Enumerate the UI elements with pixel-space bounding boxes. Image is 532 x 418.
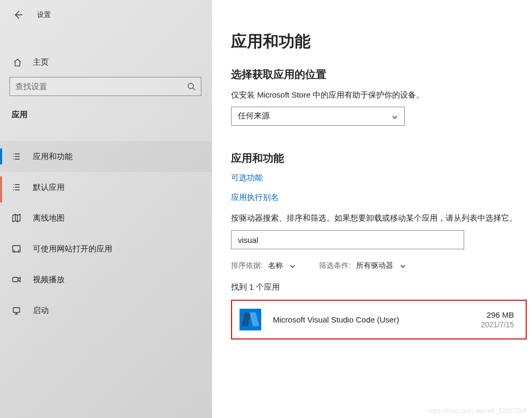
app-list-item[interactable]: Microsoft Visual Studio Code (User) 296 … [231,300,527,339]
section-label: 应用 [0,96,212,125]
nav-apps-for-websites[interactable]: 可使用网站打开的应用 [0,233,212,264]
sort-dropdown[interactable]: 名称 [268,261,296,271]
app-search-input[interactable]: visual [231,230,464,249]
nav-offline-maps[interactable]: 离线地图 [0,203,212,233]
back-button[interactable] [13,10,23,20]
startup-icon [12,306,21,315]
nav-label: 默认应用 [33,182,65,193]
chevron-down-icon [392,113,398,119]
nav-default-apps[interactable]: 默认应用 [0,172,212,203]
app-date: 2021/7/15 [481,320,514,329]
app-size: 296 MB [481,310,514,319]
svg-rect-3 [13,308,20,312]
search-placeholder: 查找设置 [15,82,187,92]
svg-point-0 [188,83,193,89]
nav-apps-features[interactable]: 应用和功能 [0,141,212,172]
app-search-value: visual [238,236,258,245]
map-icon [12,213,21,223]
vscode-icon [240,309,261,330]
chevron-down-icon [400,263,406,269]
filter-desc: 按驱动器搜索、排序和筛选。如果想要卸载或移动某个应用，请从列表中选择它。 [231,212,527,224]
sort-label: 排序依据: [231,261,263,271]
sort-value: 名称 [268,261,283,271]
watermark: https://blog.csdn.net/m0_52937388 [428,407,527,415]
nav-label: 可使用网站打开的应用 [33,244,112,254]
home-nav[interactable]: 主页 [0,52,212,73]
search-settings-input[interactable]: 查找设置 [10,77,201,96]
window-title: 设置 [37,10,51,20]
home-icon [13,58,22,67]
filter-dropdown[interactable]: 所有驱动器 [356,261,406,271]
nav-label: 应用和功能 [33,152,73,162]
nav-label: 启动 [33,306,49,316]
video-icon [12,275,21,284]
source-section-title: 选择获取应用的位置 [231,67,527,82]
source-select[interactable]: 任何来源 [231,107,405,126]
chevron-down-icon [289,263,296,269]
source-value: 任何来源 [238,111,270,121]
svg-rect-2 [13,277,18,282]
home-label: 主页 [33,57,49,67]
filter-label: 筛选条件: [319,261,351,271]
website-icon [12,244,21,254]
list-icon [12,152,21,161]
features-section-title: 应用和功能 [231,151,527,166]
svg-rect-1 [13,246,20,252]
nav-label: 视频播放 [33,275,65,285]
defaults-icon [12,182,21,192]
source-desc: 仅安装 Microsoft Store 中的应用有助于保护你的设备。 [231,89,527,101]
nav-label: 离线地图 [33,213,65,223]
page-title: 应用和功能 [231,31,527,53]
app-name: Microsoft Visual Studio Code (User) [273,315,481,324]
optional-features-link[interactable]: 可选功能 [231,173,527,183]
nav-startup[interactable]: 启动 [0,295,212,326]
filter-value: 所有驱动器 [356,261,393,271]
app-alias-link[interactable]: 应用执行别名 [231,193,527,203]
search-icon [187,82,196,91]
nav-video-playback[interactable]: 视频播放 [0,264,212,295]
result-count: 找到 1 个应用 [231,282,527,292]
